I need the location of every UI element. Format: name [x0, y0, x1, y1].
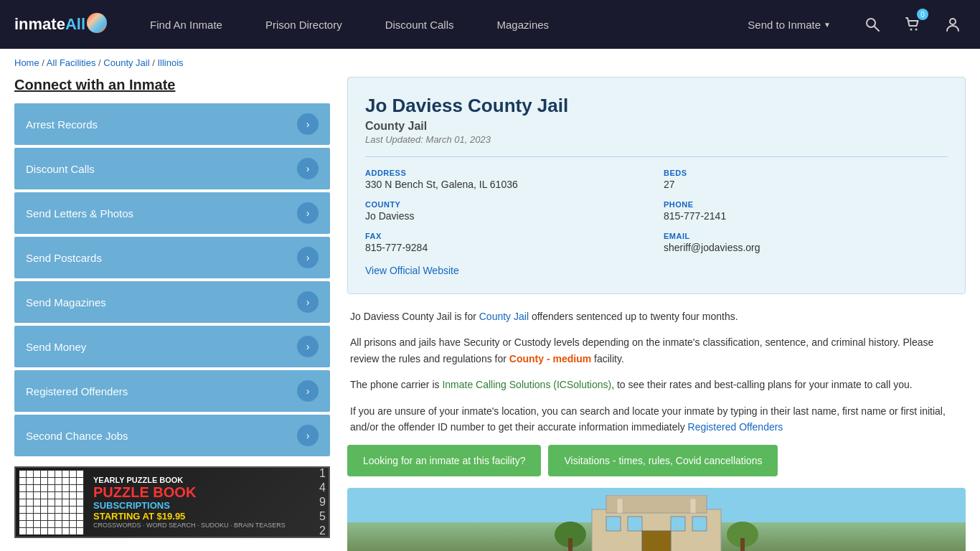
nav-prison-directory[interactable]: Prison Directory [244, 0, 364, 49]
navigation: inmate All Find An Inmate Prison Directo… [0, 0, 980, 49]
svg-rect-7 [606, 517, 621, 531]
ad-puzzle-label: PUZZLE BOOK [93, 484, 311, 500]
icsolutions-link[interactable]: Inmate Calling Solutions (ICSolutions) [442, 379, 611, 390]
send-to-inmate-button[interactable]: Send to Inmate ▼ [733, 0, 845, 49]
nav-magazines[interactable]: Magazines [476, 0, 571, 49]
county-jail-link[interactable]: County Jail [479, 311, 529, 322]
ad-crossword-image [19, 470, 84, 534]
view-website-link[interactable]: View Official Website [365, 265, 459, 276]
main-content: Connect with an Inmate Arrest Records › … [0, 77, 980, 551]
county-medium-link[interactable]: County - medium [509, 353, 591, 364]
description-p2: All prisons and jails have Security or C… [350, 334, 963, 367]
svg-rect-8 [628, 517, 642, 531]
breadcrumb: Home / All Facilities / County Jail / Il… [0, 49, 980, 77]
cart-button[interactable]: 0 [900, 11, 925, 37]
facility-details: ADDRESS 330 N Bench St, Galena, IL 61036… [365, 156, 948, 253]
svg-rect-9 [671, 517, 685, 531]
ad-text: YEARLY PUZZLE BOOK PUZZLE BOOK SUBSCRIPT… [88, 470, 316, 534]
arrow-icon: › [297, 113, 319, 135]
email-field: EMAIL sheriff@jodaviess.org [664, 232, 948, 253]
visitation-button[interactable]: Visitations - times, rules, Covid cancel… [548, 445, 778, 476]
site-logo[interactable]: inmate All [14, 14, 107, 34]
ad-yearly-label: YEARLY PUZZLE BOOK [93, 476, 311, 484]
sidebar-item-arrest-records[interactable]: Arrest Records › [14, 103, 330, 145]
fax-field: FAX 815-777-9284 [365, 232, 649, 253]
breadcrumb-all-facilities[interactable]: All Facilities [47, 57, 96, 68]
svg-rect-18 [568, 538, 573, 551]
breadcrumb-state[interactable]: Illinois [157, 57, 183, 68]
nav-right: Send to Inmate ▼ 0 [733, 0, 966, 49]
description-section: Jo Daviess County Jail is for County Jai… [347, 309, 966, 435]
facility-photo [347, 488, 966, 551]
phone-field: PHONE 815-777-2141 [664, 200, 948, 222]
address-field: ADDRESS 330 N Bench St, Galena, IL 61036 [365, 169, 649, 190]
facility-name: Jo Daviess County Jail [365, 95, 948, 117]
svg-rect-15 [617, 499, 623, 513]
facility-card: Jo Daviess County Jail County Jail Last … [347, 77, 966, 294]
registered-offenders-link[interactable]: Registered Offenders [688, 421, 783, 433]
svg-line-1 [875, 27, 879, 31]
facility-type: County Jail [365, 120, 948, 133]
breadcrumb-home[interactable]: Home [14, 57, 39, 68]
svg-rect-16 [690, 499, 696, 513]
sidebar-item-send-money[interactable]: Send Money › [14, 326, 330, 367]
svg-rect-11 [642, 531, 671, 551]
find-inmate-button[interactable]: Looking for an inmate at this facility? [347, 445, 541, 476]
logo-text: inmate [14, 15, 65, 34]
nav-discount-calls[interactable]: Discount Calls [364, 0, 476, 49]
sidebar-item-send-magazines[interactable]: Send Magazines › [14, 281, 330, 323]
search-button[interactable] [859, 11, 885, 37]
svg-point-3 [915, 29, 918, 31]
sidebar-item-send-postcards[interactable]: Send Postcards › [14, 237, 330, 278]
description-p4: If you are unsure of your inmate's locat… [350, 403, 963, 435]
ad-subscriptions-label: SUBSCRIPTIONS [93, 500, 311, 511]
content-panel: Jo Daviess County Jail County Jail Last … [347, 77, 966, 551]
ad-banner[interactable]: YEARLY PUZZLE BOOK PUZZLE BOOK SUBSCRIPT… [14, 466, 330, 538]
sidebar-item-send-letters[interactable]: Send Letters & Photos › [14, 192, 330, 234]
logo-all-text: All [65, 15, 85, 34]
arrow-icon: › [297, 202, 319, 224]
beds-field: BEDS 27 [664, 169, 948, 190]
svg-point-0 [867, 19, 875, 27]
sidebar-item-discount-calls[interactable]: Discount Calls › [14, 148, 330, 189]
nav-links: Find An Inmate Prison Directory Discount… [128, 0, 733, 49]
building-illustration [549, 495, 764, 551]
nav-find-inmate[interactable]: Find An Inmate [128, 0, 244, 49]
logo-icon [87, 13, 107, 33]
svg-rect-10 [692, 517, 707, 531]
description-p3: The phone carrier is Inmate Calling Solu… [350, 377, 963, 392]
sidebar-item-second-chance-jobs[interactable]: Second Chance Jobs › [14, 415, 330, 456]
svg-point-4 [950, 19, 956, 24]
svg-point-2 [910, 29, 913, 31]
account-button[interactable] [940, 11, 966, 37]
county-field: COUNTY Jo Daviess [365, 200, 649, 222]
sidebar-heading: Connect with an Inmate [14, 77, 330, 93]
cart-badge: 0 [917, 9, 928, 20]
arrow-icon: › [297, 380, 319, 402]
send-to-inmate-caret: ▼ [824, 21, 831, 29]
arrow-icon: › [297, 425, 319, 446]
breadcrumb-county-jail[interactable]: County Jail [103, 57, 149, 68]
arrow-icon: › [297, 247, 319, 268]
ad-numbers: 1 4 9 5 2 [316, 466, 329, 538]
sidebar: Connect with an Inmate Arrest Records › … [14, 77, 330, 551]
arrow-icon: › [297, 291, 319, 313]
sidebar-item-registered-offenders[interactable]: Registered Offenders › [14, 370, 330, 412]
facility-updated: Last Updated: March 01, 2023 [365, 134, 948, 145]
arrow-icon: › [297, 336, 319, 357]
svg-rect-20 [740, 538, 745, 551]
description-p1: Jo Daviess County Jail is for County Jai… [350, 309, 963, 324]
sidebar-menu: Arrest Records › Discount Calls › Send L… [14, 103, 330, 456]
ad-types-label: CROSSWORDS · WORD SEARCH · SUDOKU · BRAI… [93, 522, 311, 529]
action-buttons: Looking for an inmate at this facility? … [347, 445, 966, 476]
arrow-icon: › [297, 158, 319, 179]
ad-price-label: STARTING AT $19.95 [93, 511, 311, 522]
